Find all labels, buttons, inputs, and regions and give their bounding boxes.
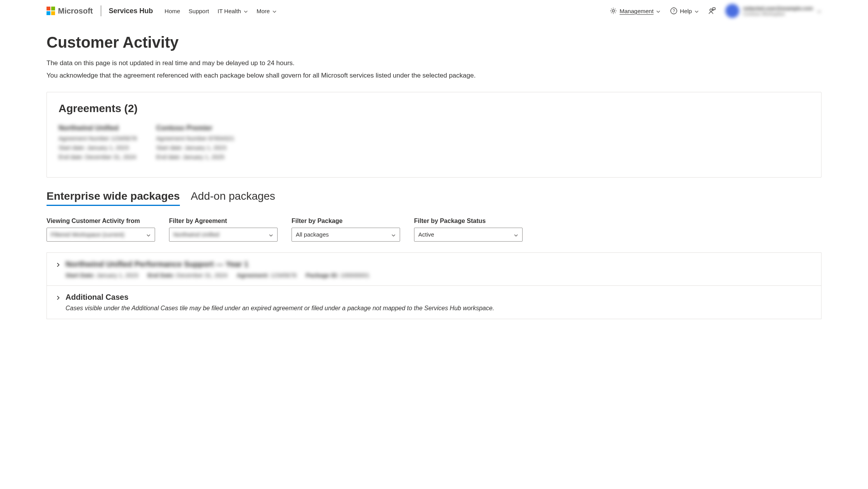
select-package[interactable]: All packages xyxy=(292,228,400,242)
package-start-value: January 1, 2023 xyxy=(97,272,138,278)
agreements-card: Agreements (2) Northwind Unified Agreeme… xyxy=(47,92,821,178)
brand-text: Microsoft xyxy=(58,7,93,16)
account-workspace: Contoso Workspace xyxy=(743,11,813,17)
chevron-right-icon[interactable] xyxy=(55,262,61,268)
package-title: Northwind Unified Performance Support — … xyxy=(66,260,248,269)
chevron-down-icon xyxy=(514,232,518,237)
svg-text:?: ? xyxy=(673,9,675,13)
agreement-start-value: January 1, 2023 xyxy=(87,144,129,151)
select-viewing-from[interactable]: Filtered Workspace (current) xyxy=(47,228,155,242)
microsoft-logo[interactable]: Microsoft xyxy=(47,7,93,16)
agreement-end-value: January 1, 2025 xyxy=(183,154,224,160)
select-agreement[interactable]: Northwind Unified xyxy=(169,228,278,242)
nav-more-label: More xyxy=(257,8,270,14)
chevron-down-icon xyxy=(656,9,661,13)
person-feedback-icon xyxy=(708,7,716,15)
agreement-item[interactable]: Northwind Unified Agreement Number 12345… xyxy=(59,123,137,162)
nav-management[interactable]: Management xyxy=(609,7,661,15)
package-start-label: Start Date: xyxy=(66,272,95,278)
page-subtitle-2: You acknowledge that the agreement refer… xyxy=(47,71,821,81)
ms-logo-icon xyxy=(47,7,55,15)
account-menu[interactable]: redacted.user@example.com Contoso Worksp… xyxy=(725,4,821,18)
filter-label: Filter by Package xyxy=(292,218,400,225)
chevron-down-icon xyxy=(272,9,277,13)
select-value: Northwind Unified xyxy=(173,231,219,238)
svg-rect-4 xyxy=(713,8,715,10)
nav-support-label: Support xyxy=(189,8,209,14)
select-value: Filtered Workspace (current) xyxy=(51,231,124,238)
package-end-value: December 31, 2024 xyxy=(176,272,228,278)
nav-more[interactable]: More xyxy=(257,8,277,14)
additional-cases-row[interactable]: Additional Cases Cases visible under the… xyxy=(47,286,821,319)
package-meta: Start Date: January 1, 2023 End Date: De… xyxy=(66,272,813,278)
package-agreement-value: 12345678 xyxy=(271,272,297,278)
avatar xyxy=(725,4,739,18)
chevron-down-icon xyxy=(391,232,396,237)
page-title: Customer Activity xyxy=(47,34,821,51)
select-value: Active xyxy=(418,231,434,238)
select-value: All packages xyxy=(296,231,329,238)
gear-icon xyxy=(609,7,617,15)
filter-label: Filter by Package Status xyxy=(414,218,523,225)
chevron-down-icon xyxy=(817,9,821,13)
chevron-down-icon xyxy=(146,232,151,237)
nav-it-health-label: IT Health xyxy=(217,8,241,14)
filter-viewing-from: Viewing Customer Activity from Filtered … xyxy=(47,218,155,242)
package-id-label: Package ID: xyxy=(306,272,339,278)
chevron-down-icon xyxy=(243,9,248,13)
package-agreement-label: Agreement: xyxy=(237,272,269,278)
nav-help[interactable]: ? Help xyxy=(670,7,699,15)
packages-list: Northwind Unified Performance Support — … xyxy=(47,252,821,319)
filter-by-agreement: Filter by Agreement Northwind Unified xyxy=(169,218,278,242)
agreements-grid: Northwind Unified Agreement Number 12345… xyxy=(59,123,809,162)
agreement-item[interactable]: Contoso Premier Agreement Number 8765432… xyxy=(156,123,235,162)
svg-point-0 xyxy=(612,10,614,12)
agreement-number-label: Agreement Number xyxy=(59,135,109,142)
nav-home-label: Home xyxy=(165,8,180,14)
agreement-number-label: Agreement Number xyxy=(156,135,207,142)
help-icon: ? xyxy=(670,7,678,15)
feedback-button[interactable] xyxy=(708,7,716,15)
svg-point-3 xyxy=(710,9,712,11)
package-tabs: Enterprise wide packages Add-on packages xyxy=(47,190,821,206)
agreement-name: Northwind Unified xyxy=(59,123,137,134)
package-end-label: End Date: xyxy=(148,272,175,278)
header-right: Management ? Help redacted.user@example.… xyxy=(609,4,821,18)
agreements-title: Agreements (2) xyxy=(59,102,809,115)
nav-home[interactable]: Home xyxy=(165,8,180,14)
filter-label: Viewing Customer Activity from xyxy=(47,218,155,225)
chevron-down-icon xyxy=(694,9,699,13)
account-text: redacted.user@example.com Contoso Worksp… xyxy=(743,5,813,17)
select-package-status[interactable]: Active xyxy=(414,228,523,242)
chevron-right-icon[interactable] xyxy=(55,295,61,301)
agreement-number-value: 87654321 xyxy=(209,135,235,142)
agreement-start-value: January 1, 2023 xyxy=(185,144,226,151)
filters-row: Viewing Customer Activity from Filtered … xyxy=(47,218,821,242)
header-divider xyxy=(101,5,101,16)
nav-it-health[interactable]: IT Health xyxy=(217,8,248,14)
agreement-start-label: Start date: xyxy=(59,144,85,151)
page-subtitle-1: The data on this page is not updated in … xyxy=(47,58,821,68)
top-header: Microsoft Services Hub Home Support IT H… xyxy=(0,0,868,22)
additional-cases-desc: Cases visible under the Additional Cases… xyxy=(66,305,813,312)
agreement-end-label: End date: xyxy=(156,154,181,160)
chevron-down-icon xyxy=(269,232,273,237)
nav-management-label: Management xyxy=(620,8,654,14)
agreement-end-label: End date: xyxy=(59,154,83,160)
agreement-name: Contoso Premier xyxy=(156,123,235,134)
nav-help-label: Help xyxy=(680,8,692,14)
filter-by-package-status: Filter by Package Status Active xyxy=(414,218,523,242)
additional-cases-title: Additional Cases xyxy=(66,293,128,302)
account-email: redacted.user@example.com xyxy=(743,5,813,11)
tab-enterprise-packages[interactable]: Enterprise wide packages xyxy=(47,190,180,206)
agreement-end-value: December 31, 2024 xyxy=(85,154,136,160)
page-content: Customer Activity The data on this page … xyxy=(0,22,868,335)
tab-addon-packages[interactable]: Add-on packages xyxy=(191,190,275,206)
agreement-start-label: Start date: xyxy=(156,144,183,151)
package-row[interactable]: Northwind Unified Performance Support — … xyxy=(47,253,821,286)
package-id-value: 100000001 xyxy=(340,272,369,278)
filter-by-package: Filter by Package All packages xyxy=(292,218,400,242)
nav-support[interactable]: Support xyxy=(189,8,209,14)
product-name[interactable]: Services Hub xyxy=(109,7,153,15)
main-nav: Home Support IT Health More xyxy=(165,8,277,14)
